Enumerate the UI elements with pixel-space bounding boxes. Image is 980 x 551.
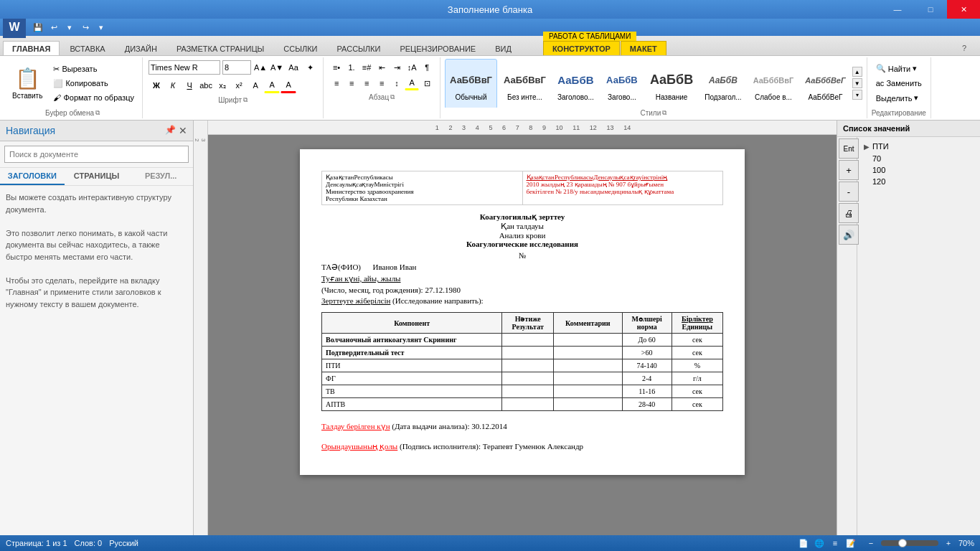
- search-input[interactable]: [4, 146, 189, 163]
- col-comment: Комментарии: [554, 313, 623, 334]
- styles-expand-btn[interactable]: ⧉: [662, 109, 666, 117]
- panel-btn-add[interactable]: +: [839, 160, 859, 180]
- tab-refs[interactable]: ССЫЛКИ: [274, 41, 326, 55]
- tab-home[interactable]: ГЛАВНАЯ: [3, 41, 60, 55]
- styles-scroll-down[interactable]: ▼: [852, 78, 862, 88]
- paste-label: Вставить: [12, 92, 42, 100]
- view-outline-btn[interactable]: ≡: [828, 536, 842, 550]
- style-weak[interactable]: АаБббВвГ Слабое в...: [748, 59, 799, 108]
- select-button[interactable]: Выделить ▾: [872, 91, 925, 105]
- font-name-input[interactable]: [149, 60, 220, 75]
- font-size-input[interactable]: [222, 60, 251, 75]
- align-center-button[interactable]: ≡: [344, 76, 359, 90]
- tree-value-100[interactable]: 100: [861, 165, 892, 175]
- underline-button[interactable]: Ч: [182, 77, 197, 93]
- view-print-btn[interactable]: 📄: [796, 536, 811, 550]
- font-expand[interactable]: ⧉: [243, 96, 248, 104]
- font-shrink-button[interactable]: A▼: [270, 60, 284, 75]
- style-heading1[interactable]: АаБбВ Заголово...: [552, 59, 599, 108]
- tab-layout[interactable]: РАЗМЕТКА СТРАНИЦЫ: [167, 41, 273, 55]
- zoom-out-btn[interactable]: −: [864, 536, 878, 550]
- minimize-button[interactable]: —: [881, 0, 914, 19]
- style-emphasis[interactable]: АаБббВеГ АаБббВеГ: [800, 59, 850, 108]
- tab-review[interactable]: РЕЦЕНЗИРОВАНИЕ: [390, 41, 485, 55]
- bold-button[interactable]: Ж: [149, 77, 164, 93]
- work-tables-label: РАБОТА С ТАБЛИЦАМИ: [543, 32, 636, 41]
- text-effect-button[interactable]: A: [248, 77, 263, 93]
- redo-button[interactable]: ↪: [78, 20, 93, 34]
- col-result: НәтижеРезультат: [502, 313, 554, 334]
- undo-button[interactable]: ↩: [47, 20, 61, 34]
- tab-insert[interactable]: ВСТАВКА: [60, 41, 114, 55]
- format-painter-button[interactable]: 🖌 Формат по образцу: [50, 91, 138, 104]
- panel-btn-sound[interactable]: 🔊: [839, 225, 859, 245]
- cell-unit: сек: [672, 334, 722, 347]
- tab-mailing[interactable]: РАССЫЛКИ: [328, 41, 390, 55]
- maximize-button[interactable]: □: [914, 0, 947, 19]
- align-right-button[interactable]: ≡: [359, 76, 374, 90]
- tab-constructor[interactable]: КОНСТРУКТОР: [543, 41, 620, 55]
- sort-button[interactable]: ↕A: [405, 60, 419, 75]
- style-subtitle[interactable]: АаБбВ Подзагол...: [699, 59, 746, 108]
- style-normal[interactable]: АаБбВвГ Обычный: [445, 59, 497, 108]
- tree-root[interactable]: ▶ ПТИ: [861, 141, 892, 152]
- bullets-button[interactable]: ≡•: [329, 60, 344, 75]
- help-button[interactable]: ?: [957, 41, 971, 55]
- panel-btn-enter[interactable]: Ent: [839, 138, 859, 159]
- italic-button[interactable]: К: [165, 77, 181, 93]
- justify-button[interactable]: ≡: [374, 76, 389, 90]
- panel-btn-print[interactable]: 🖨: [839, 203, 859, 223]
- subscript-button[interactable]: x₂: [215, 77, 230, 93]
- change-case-button[interactable]: Aa: [286, 60, 301, 75]
- nav-tab-results[interactable]: РЕЗУЛ...: [128, 168, 193, 185]
- tab-design[interactable]: ДИЗАЙН: [116, 41, 166, 55]
- cut-button[interactable]: ✂ Вырезать: [50, 62, 138, 76]
- numbering-button[interactable]: 1.: [344, 60, 359, 75]
- save-button-qa[interactable]: 💾: [31, 20, 45, 34]
- nav-tab-pages[interactable]: СТРАНИЦЫ: [65, 168, 129, 185]
- tab-view[interactable]: ВИД: [486, 41, 521, 55]
- show-marks-button[interactable]: ¶: [420, 60, 434, 75]
- panel-btn-remove[interactable]: -: [839, 182, 859, 202]
- paragraph-expand[interactable]: ⧉: [390, 93, 395, 101]
- style-no-spacing[interactable]: АаБбВвГ Без инте...: [499, 59, 551, 108]
- style-title[interactable]: АаБбВ Название: [645, 59, 698, 108]
- view-draft-btn[interactable]: 📝: [844, 536, 858, 550]
- col-component: Компонент: [322, 313, 502, 334]
- borders-button[interactable]: ⊡: [420, 76, 434, 90]
- zoom-slider[interactable]: [881, 540, 938, 546]
- clear-format-button[interactable]: ✦: [303, 60, 317, 75]
- superscript-button[interactable]: x²: [231, 77, 247, 93]
- font-color-button[interactable]: A: [281, 77, 296, 93]
- dir-label: Зерттеуге жіберілсін: [321, 296, 390, 305]
- highlight-button[interactable]: A: [264, 77, 280, 93]
- styles-expand[interactable]: ▾: [852, 90, 862, 100]
- decrease-indent-button[interactable]: ⇤: [374, 60, 389, 75]
- increase-indent-button[interactable]: ⇥: [390, 60, 404, 75]
- tree-value-120[interactable]: 120: [861, 176, 892, 187]
- tab-maket[interactable]: МАКЕТ: [621, 41, 666, 55]
- qa-dropdown[interactable]: ▾: [94, 20, 108, 34]
- style-heading2[interactable]: АаБбВ Загово...: [600, 59, 644, 108]
- replace-button[interactable]: aс Заменить: [872, 77, 925, 90]
- nav-tab-headings[interactable]: ЗАГОЛОВКИ: [0, 168, 65, 185]
- styles-scroll-up[interactable]: ▲: [852, 67, 862, 77]
- clipboard-expand[interactable]: ⧉: [95, 109, 100, 117]
- close-button[interactable]: ✕: [947, 0, 980, 19]
- view-web-btn[interactable]: 🌐: [812, 536, 826, 550]
- tree-value-70[interactable]: 70: [861, 154, 892, 164]
- find-button[interactable]: 🔍 Найти ▾: [872, 62, 925, 75]
- undo-dropdown[interactable]: ▾: [62, 20, 77, 34]
- line-spacing-button[interactable]: ↕: [390, 76, 404, 90]
- strikethrough-button[interactable]: abc: [198, 77, 214, 93]
- paste-button[interactable]: 📋 Вставить: [7, 65, 47, 102]
- font-grow-button[interactable]: A▲: [253, 60, 268, 75]
- shading-button[interactable]: A: [405, 76, 419, 90]
- nav-pin[interactable]: 📌: [165, 125, 176, 136]
- copy-button[interactable]: ⬜ Копировать: [50, 77, 138, 90]
- multilevel-button[interactable]: ≡#: [359, 60, 374, 75]
- document-scroll-area[interactable]: 1234567891011121314 ҚазақстанРеспубликас…: [208, 121, 837, 535]
- nav-close-button[interactable]: ✕: [179, 125, 187, 136]
- align-left-button[interactable]: ≡: [329, 76, 344, 90]
- zoom-in-btn[interactable]: +: [941, 536, 956, 550]
